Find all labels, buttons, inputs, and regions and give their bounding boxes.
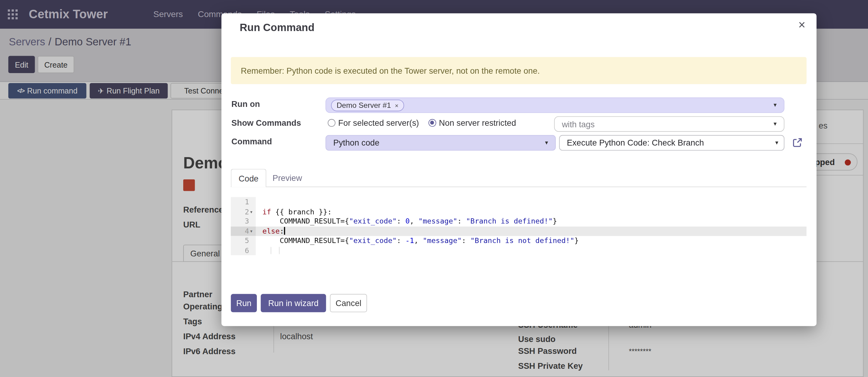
tabs-divider xyxy=(231,187,807,187)
warning-text: Remember: Python code is executed on the… xyxy=(241,66,539,75)
editor-line-4: 4▾else: xyxy=(231,226,807,236)
dropdown-caret-icon: ▾ xyxy=(774,102,777,109)
fold-caret-icon[interactable]: ▾ xyxy=(250,226,253,236)
modal-title: Run Command xyxy=(240,22,315,34)
command-type-select[interactable]: Python code ▾ xyxy=(326,135,556,151)
with-tags-placeholder: with tags xyxy=(562,120,595,129)
show-commands-label: Show Commands xyxy=(231,118,301,127)
run-on-field[interactable]: Demo Server #1 × ▾ xyxy=(326,97,785,113)
external-link-icon[interactable] xyxy=(792,137,803,148)
text-cursor xyxy=(284,227,285,234)
close-icon[interactable]: × xyxy=(798,19,805,31)
chip-remove-icon[interactable]: × xyxy=(395,102,398,109)
editor-line-3: 3 COMMAND_RESULT={"exit_code": 0, "messa… xyxy=(231,216,807,226)
editor-code-text: COMMAND_RESULT={"exit_code": -1, "messag… xyxy=(259,236,807,245)
selected-server-chip[interactable]: Demo Server #1 × xyxy=(331,99,404,111)
command-record-select[interactable]: Execute Python Code: Check Branch ▾ xyxy=(559,135,784,151)
radio-non-server-restricted[interactable] xyxy=(429,119,436,127)
with-tags-field[interactable]: with tags ▾ xyxy=(554,116,785,132)
radio-label-non-restricted[interactable]: Non server restricted xyxy=(439,118,516,127)
editor-line-2: 2▾if {{ branch }}: xyxy=(231,207,807,216)
gutter-line-number: 3 xyxy=(231,216,256,226)
gutter-line-number: 5 xyxy=(231,236,256,245)
command-label: Command xyxy=(231,137,272,146)
tab-preview[interactable]: Preview xyxy=(266,169,308,187)
gutter-line-number: 6 xyxy=(231,245,256,255)
run-button[interactable]: Run xyxy=(231,294,256,312)
editor-code-text: if {{ branch }}: xyxy=(259,207,807,216)
chip-label: Demo Server #1 xyxy=(337,102,391,110)
run-command-modal: Run Command × Remember: Python code is e… xyxy=(222,13,816,326)
fold-caret-icon[interactable]: ▾ xyxy=(250,207,253,216)
code-editor[interactable]: 12▾if {{ branch }}:3 COMMAND_RESULT={"ex… xyxy=(231,197,807,257)
run-on-label: Run on xyxy=(231,99,260,108)
dropdown-caret-icon: ▾ xyxy=(774,120,777,127)
editor-line-6: 6 xyxy=(231,245,807,255)
select-caret-icon: ▾ xyxy=(775,139,778,146)
editor-line-1: 1 xyxy=(231,197,807,207)
select-caret-icon: ▾ xyxy=(545,139,548,146)
editor-code-text: else: xyxy=(259,226,807,236)
editor-line-5: 5 COMMAND_RESULT={"exit_code": -1, "mess… xyxy=(231,236,807,245)
editor-code-text: COMMAND_RESULT={"exit_code": 0, "message… xyxy=(259,216,807,226)
tab-code[interactable]: Code xyxy=(231,169,266,187)
radio-label-selected-servers[interactable]: For selected server(s) xyxy=(338,118,419,127)
gutter-line-number: 4▾ xyxy=(231,226,256,236)
screen: Cetmix Tower ServersCommandsFilesToolsSe… xyxy=(0,0,868,377)
command-record-value: Execute Python Code: Check Branch xyxy=(567,138,704,147)
command-type-value: Python code xyxy=(333,138,379,147)
gutter-line-number: 2▾ xyxy=(231,207,256,216)
cancel-button[interactable]: Cancel xyxy=(330,294,367,312)
warning-banner: Remember: Python code is executed on the… xyxy=(231,57,807,84)
radio-for-selected-servers[interactable] xyxy=(328,119,335,127)
gutter-line-number: 1 xyxy=(231,197,256,207)
run-in-wizard-button[interactable]: Run in wizard xyxy=(261,294,326,312)
code-editor-lines: 12▾if {{ branch }}:3 COMMAND_RESULT={"ex… xyxy=(231,197,807,255)
